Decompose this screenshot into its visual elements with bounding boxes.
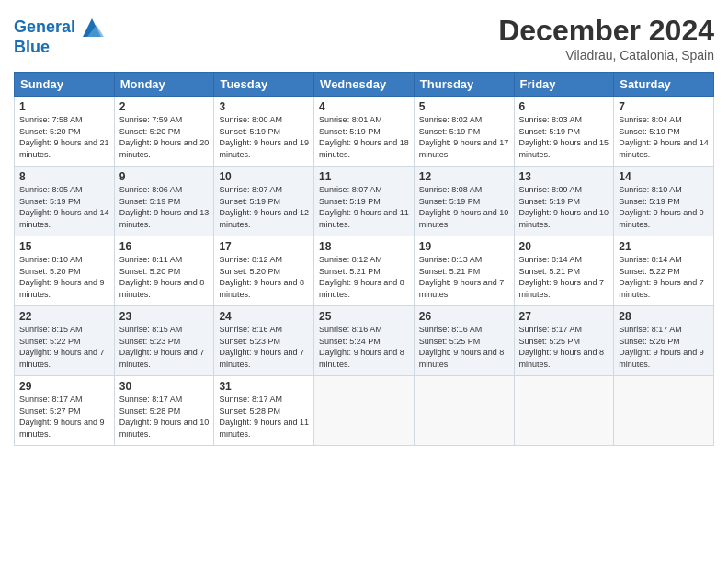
calendar-day-cell: 4 Sunrise: 8:01 AM Sunset: 5:19 PM Dayli…: [314, 97, 415, 167]
day-number: 19: [419, 240, 509, 253]
day-number: 23: [119, 310, 210, 323]
calendar-day-cell: 13 Sunrise: 8:09 AM Sunset: 5:19 PM Dayl…: [514, 167, 614, 236]
day-number: 22: [19, 310, 109, 323]
day-number: 20: [519, 240, 609, 253]
calendar-header-thursday: Thursday: [414, 73, 514, 97]
day-info: Sunrise: 8:16 AM Sunset: 5:23 PM Dayligh…: [219, 324, 309, 370]
calendar-day-cell: 21 Sunrise: 8:14 AM Sunset: 5:22 PM Dayl…: [614, 236, 714, 306]
day-info: Sunrise: 8:10 AM Sunset: 5:20 PM Dayligh…: [19, 254, 109, 300]
day-info: Sunrise: 8:07 AM Sunset: 5:19 PM Dayligh…: [219, 184, 309, 230]
calendar-day-cell: 17 Sunrise: 8:12 AM Sunset: 5:20 PM Dayl…: [214, 236, 314, 306]
day-number: 25: [319, 310, 409, 323]
day-number: 2: [119, 100, 210, 113]
day-number: 27: [519, 310, 609, 323]
day-info: Sunrise: 8:14 AM Sunset: 5:21 PM Dayligh…: [519, 254, 609, 300]
calendar-day-cell: 22 Sunrise: 8:15 AM Sunset: 5:22 PM Dayl…: [15, 306, 115, 376]
day-info: Sunrise: 8:05 AM Sunset: 5:19 PM Dayligh…: [19, 184, 109, 230]
day-info: Sunrise: 8:17 AM Sunset: 5:28 PM Dayligh…: [119, 394, 210, 440]
day-info: Sunrise: 8:13 AM Sunset: 5:21 PM Dayligh…: [419, 254, 509, 300]
calendar-day-cell: 24 Sunrise: 8:16 AM Sunset: 5:23 PM Dayl…: [214, 306, 314, 376]
calendar-empty-cell: [414, 376, 514, 446]
calendar-day-cell: 20 Sunrise: 8:14 AM Sunset: 5:21 PM Dayl…: [514, 236, 614, 306]
day-info: Sunrise: 8:02 AM Sunset: 5:19 PM Dayligh…: [419, 114, 509, 160]
day-number: 4: [319, 100, 409, 113]
calendar-header-wednesday: Wednesday: [314, 73, 415, 97]
calendar-week-row: 8 Sunrise: 8:05 AM Sunset: 5:19 PM Dayli…: [15, 167, 714, 236]
calendar-day-cell: 27 Sunrise: 8:17 AM Sunset: 5:25 PM Dayl…: [514, 306, 614, 376]
calendar-table: SundayMondayTuesdayWednesdayThursdayFrid…: [14, 72, 714, 446]
calendar-day-cell: 28 Sunrise: 8:17 AM Sunset: 5:26 PM Dayl…: [614, 306, 714, 376]
day-info: Sunrise: 8:00 AM Sunset: 5:19 PM Dayligh…: [219, 114, 309, 160]
day-info: Sunrise: 8:04 AM Sunset: 5:19 PM Dayligh…: [619, 114, 709, 160]
day-number: 21: [619, 240, 709, 253]
calendar-day-cell: 8 Sunrise: 8:05 AM Sunset: 5:19 PM Dayli…: [15, 167, 115, 236]
calendar-day-cell: 6 Sunrise: 8:03 AM Sunset: 5:19 PM Dayli…: [514, 97, 614, 167]
day-info: Sunrise: 8:12 AM Sunset: 5:20 PM Dayligh…: [219, 254, 309, 300]
calendar-empty-cell: [314, 376, 415, 446]
day-info: Sunrise: 8:01 AM Sunset: 5:19 PM Dayligh…: [319, 114, 409, 160]
calendar-day-cell: 10 Sunrise: 8:07 AM Sunset: 5:19 PM Dayl…: [214, 167, 314, 236]
day-number: 26: [419, 310, 509, 323]
logo-icon: [78, 14, 106, 41]
calendar-day-cell: 31 Sunrise: 8:17 AM Sunset: 5:28 PM Dayl…: [214, 376, 314, 446]
calendar-header-sunday: Sunday: [15, 73, 115, 97]
day-number: 9: [119, 170, 210, 183]
day-info: Sunrise: 8:14 AM Sunset: 5:22 PM Dayligh…: [619, 254, 709, 300]
calendar-day-cell: 11 Sunrise: 8:07 AM Sunset: 5:19 PM Dayl…: [314, 167, 415, 236]
day-info: Sunrise: 7:58 AM Sunset: 5:20 PM Dayligh…: [19, 114, 109, 160]
day-number: 15: [19, 240, 109, 253]
calendar-header-friday: Friday: [514, 73, 614, 97]
day-info: Sunrise: 7:59 AM Sunset: 5:20 PM Dayligh…: [119, 114, 210, 160]
day-info: Sunrise: 8:17 AM Sunset: 5:25 PM Dayligh…: [519, 324, 609, 370]
calendar-day-cell: 18 Sunrise: 8:12 AM Sunset: 5:21 PM Dayl…: [314, 236, 415, 306]
calendar-day-cell: 2 Sunrise: 7:59 AM Sunset: 5:20 PM Dayli…: [114, 97, 214, 167]
main-title: December 2024: [498, 14, 714, 48]
calendar-day-cell: 16 Sunrise: 8:11 AM Sunset: 5:20 PM Dayl…: [114, 236, 214, 306]
day-number: 12: [419, 170, 509, 183]
calendar-header-monday: Monday: [114, 73, 214, 97]
day-info: Sunrise: 8:15 AM Sunset: 5:23 PM Dayligh…: [119, 324, 210, 370]
day-number: 5: [419, 100, 509, 113]
calendar-week-row: 29 Sunrise: 8:17 AM Sunset: 5:27 PM Dayl…: [15, 376, 714, 446]
day-info: Sunrise: 8:17 AM Sunset: 5:28 PM Dayligh…: [219, 394, 309, 440]
calendar-day-cell: 25 Sunrise: 8:16 AM Sunset: 5:24 PM Dayl…: [314, 306, 415, 376]
day-info: Sunrise: 8:11 AM Sunset: 5:20 PM Dayligh…: [119, 254, 210, 300]
day-number: 11: [319, 170, 409, 183]
day-number: 16: [119, 240, 210, 253]
calendar-day-cell: 9 Sunrise: 8:06 AM Sunset: 5:19 PM Dayli…: [114, 167, 214, 236]
day-info: Sunrise: 8:03 AM Sunset: 5:19 PM Dayligh…: [519, 114, 609, 160]
day-number: 14: [619, 170, 709, 183]
calendar-header-saturday: Saturday: [614, 73, 714, 97]
day-info: Sunrise: 8:15 AM Sunset: 5:22 PM Dayligh…: [19, 324, 109, 370]
calendar-week-row: 15 Sunrise: 8:10 AM Sunset: 5:20 PM Dayl…: [15, 236, 714, 306]
calendar-day-cell: 14 Sunrise: 8:10 AM Sunset: 5:19 PM Dayl…: [614, 167, 714, 236]
day-number: 18: [319, 240, 409, 253]
day-number: 17: [219, 240, 309, 253]
day-info: Sunrise: 8:16 AM Sunset: 5:25 PM Dayligh…: [419, 324, 509, 370]
calendar-day-cell: 7 Sunrise: 8:04 AM Sunset: 5:19 PM Dayli…: [614, 97, 714, 167]
page-container: General Blue December 2024 Viladrau, Cat…: [0, 0, 728, 563]
calendar-day-cell: 1 Sunrise: 7:58 AM Sunset: 5:20 PM Dayli…: [15, 97, 115, 167]
calendar-day-cell: 15 Sunrise: 8:10 AM Sunset: 5:20 PM Dayl…: [15, 236, 115, 306]
subtitle: Viladrau, Catalonia, Spain: [498, 48, 714, 63]
calendar-week-row: 22 Sunrise: 8:15 AM Sunset: 5:22 PM Dayl…: [15, 306, 714, 376]
day-number: 6: [519, 100, 609, 113]
day-number: 10: [219, 170, 309, 183]
day-info: Sunrise: 8:09 AM Sunset: 5:19 PM Dayligh…: [519, 184, 609, 230]
day-info: Sunrise: 8:06 AM Sunset: 5:19 PM Dayligh…: [119, 184, 210, 230]
calendar-header-tuesday: Tuesday: [214, 73, 314, 97]
calendar-header-row: SundayMondayTuesdayWednesdayThursdayFrid…: [15, 73, 714, 97]
calendar-day-cell: 5 Sunrise: 8:02 AM Sunset: 5:19 PM Dayli…: [414, 97, 514, 167]
day-number: 13: [519, 170, 609, 183]
calendar-week-row: 1 Sunrise: 7:58 AM Sunset: 5:20 PM Dayli…: [15, 97, 714, 167]
logo: General Blue: [14, 14, 106, 57]
day-number: 29: [19, 380, 109, 393]
day-info: Sunrise: 8:12 AM Sunset: 5:21 PM Dayligh…: [319, 254, 409, 300]
title-block: December 2024 Viladrau, Catalonia, Spain: [498, 14, 714, 63]
day-number: 1: [19, 100, 109, 113]
day-info: Sunrise: 8:08 AM Sunset: 5:19 PM Dayligh…: [419, 184, 509, 230]
calendar-day-cell: 19 Sunrise: 8:13 AM Sunset: 5:21 PM Dayl…: [414, 236, 514, 306]
calendar-day-cell: 29 Sunrise: 8:17 AM Sunset: 5:27 PM Dayl…: [15, 376, 115, 446]
day-info: Sunrise: 8:17 AM Sunset: 5:26 PM Dayligh…: [619, 324, 709, 370]
logo-text-line1: General: [14, 17, 75, 36]
